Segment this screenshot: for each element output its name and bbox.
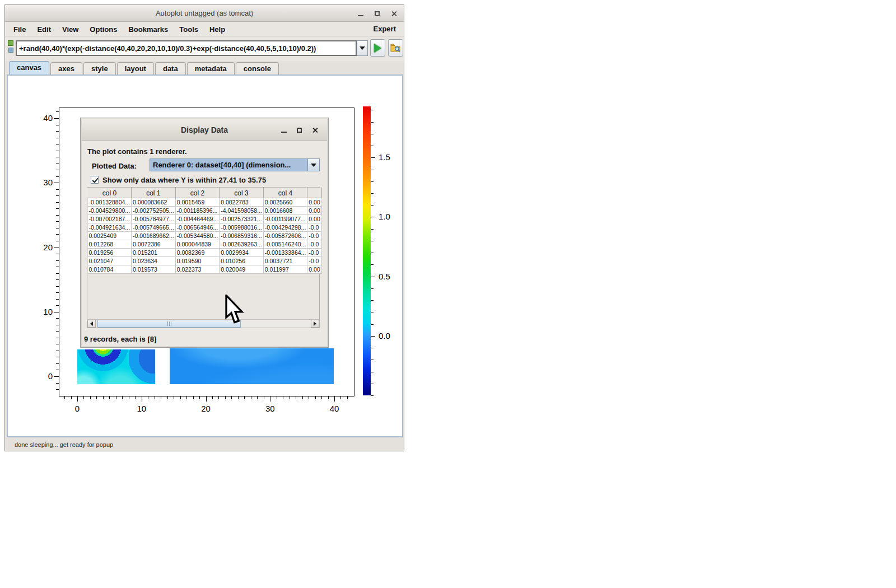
table-cell[interactable]: -4.041598058... — [220, 207, 264, 215]
arrow-left-icon — [90, 321, 93, 326]
table-cell[interactable]: -0.005344580... — [175, 232, 220, 240]
column-header[interactable]: col 3 — [220, 188, 264, 198]
table-cell[interactable]: -0.001185396... — [175, 207, 220, 215]
data-table-scrollpane[interactable]: col 0col 1col 2col 3col 4 -0.001328804..… — [87, 187, 320, 328]
table-row: 0.0192560.0152010.00823690.0029934-0.001… — [88, 249, 322, 257]
table-cell[interactable]: 0.0022783 — [220, 198, 264, 207]
table-cell[interactable]: 0.010256 — [220, 257, 264, 265]
column-header[interactable] — [307, 188, 321, 198]
table-cell[interactable]: -0.004464469... — [175, 215, 220, 223]
scroll-left-button[interactable] — [87, 320, 96, 328]
table-cell[interactable]: 0.00 — [307, 265, 321, 274]
y-axis-tick — [56, 292, 59, 293]
table-cell[interactable]: -0.005146240... — [263, 240, 307, 249]
x-axis-tick — [251, 396, 251, 399]
table-cell[interactable]: 0.019590 — [175, 257, 220, 265]
table-cell[interactable]: 0.0015459 — [175, 198, 220, 207]
colorbar-minor-tick — [371, 253, 374, 253]
table-cell[interactable]: -0.006859316... — [220, 232, 264, 240]
x-axis-tick-label: 20 — [195, 404, 217, 413]
plotted-data-combobox[interactable]: Renderer 0: dataset[40,40] (dimension... — [150, 158, 320, 171]
table-cell[interactable]: -0.0 — [307, 257, 321, 265]
colorbar-minor-tick — [371, 181, 374, 182]
table-cell[interactable]: 0.000083662 — [132, 198, 176, 207]
table-cell[interactable]: -0.007002187... — [88, 215, 132, 223]
y-axis-tick — [56, 195, 59, 196]
y-filter-checkbox[interactable] — [91, 176, 99, 184]
table-cell[interactable]: 0.019573 — [132, 265, 176, 274]
table-cell[interactable]: -0.001199077... — [263, 215, 307, 223]
colorbar-minor-tick — [371, 122, 374, 123]
scrollbar-thumb[interactable] — [97, 320, 241, 328]
column-header[interactable]: col 0 — [88, 188, 132, 198]
table-cell[interactable]: 0.011997 — [263, 265, 307, 274]
table-cell[interactable]: -0.005749665... — [132, 223, 176, 232]
dialog-minimize-icon[interactable] — [281, 132, 287, 133]
table-cell[interactable]: -0.0 — [307, 232, 321, 240]
table-cell[interactable]: -0.001689662... — [132, 232, 176, 240]
table-cell[interactable]: 0.010784 — [88, 265, 132, 274]
table-cell[interactable]: -0.005872606... — [263, 232, 307, 240]
x-axis-tick — [148, 396, 148, 399]
table-row: 0.0122680.00723860.000044839-0.002639263… — [88, 240, 322, 249]
table-cell[interactable]: -0.006564946... — [175, 223, 220, 232]
table-cell[interactable]: -0.0 — [307, 223, 321, 232]
dialog-titlebar[interactable]: Display Data — [82, 119, 327, 141]
data-table: col 0col 1col 2col 3col 4 -0.001328804..… — [87, 188, 322, 274]
y-axis-tick — [56, 273, 59, 274]
column-header[interactable]: col 4 — [263, 188, 307, 198]
table-cell[interactable]: 0.00 — [307, 215, 321, 223]
table-cell[interactable]: 0.00 — [307, 207, 321, 215]
y-axis-tick — [54, 183, 59, 183]
colorbar-minor-tick — [371, 372, 374, 372]
table-cell[interactable]: 0.0082369 — [175, 249, 220, 257]
table-cell[interactable]: -0.002639263... — [220, 240, 264, 249]
mouse-cursor — [225, 295, 244, 326]
x-axis-tick — [244, 396, 245, 399]
column-header[interactable]: col 2 — [175, 188, 220, 198]
table-cell[interactable]: 0.019256 — [88, 249, 132, 257]
table-cell[interactable]: 0.0072386 — [132, 240, 176, 249]
table-cell[interactable]: 0.0025409 — [88, 232, 132, 240]
table-cell[interactable]: -0.001328804... — [88, 198, 132, 207]
table-cell[interactable]: 0.00 — [307, 198, 321, 207]
colorbar-tick-label: 1.5 — [379, 152, 390, 162]
table-cell[interactable]: -0.0 — [307, 240, 321, 249]
x-axis-tick-label: 10 — [130, 404, 153, 413]
table-cell[interactable]: 0.0029934 — [220, 249, 264, 257]
table-cell[interactable]: 0.021047 — [88, 257, 132, 265]
dialog-maximize-icon[interactable] — [297, 128, 302, 133]
table-cell[interactable]: 0.0037721 — [263, 257, 307, 265]
y-axis-tick — [56, 305, 59, 306]
colorbar-minor-tick — [371, 264, 374, 265]
dialog-close-icon[interactable] — [312, 127, 318, 133]
table-cell[interactable]: 0.000044839 — [175, 240, 220, 249]
table-cell[interactable]: -0.005988016... — [220, 223, 264, 232]
table-cell[interactable]: -0.002573321... — [220, 215, 264, 223]
x-axis-tick — [283, 396, 283, 399]
horizontal-scrollbar[interactable] — [87, 319, 319, 328]
table-cell[interactable]: 0.020049 — [220, 265, 264, 274]
table-cell[interactable]: 0.015201 — [132, 249, 176, 257]
x-axis-tick — [109, 396, 110, 399]
table-cell[interactable]: -0.004529800... — [88, 207, 132, 215]
table-cell[interactable]: -0.004921634... — [88, 223, 132, 232]
table-cell[interactable]: 0.023634 — [132, 257, 176, 265]
scrollbar-track[interactable] — [96, 320, 311, 328]
table-cell[interactable]: -0.0 — [307, 249, 321, 257]
table-cell[interactable]: -0.002752505... — [132, 207, 176, 215]
records-summary: 9 records, each is [8] — [84, 335, 156, 343]
x-axis-tick — [186, 396, 187, 399]
table-cell[interactable]: -0.004294298... — [263, 223, 307, 232]
y-axis-tick-label: 10 — [29, 307, 53, 316]
column-header[interactable]: col 1 — [132, 188, 176, 198]
table-cell[interactable]: 0.0016608 — [263, 207, 307, 215]
table-cell[interactable]: -0.005784977... — [132, 215, 176, 223]
combobox-arrow-button[interactable] — [307, 159, 319, 171]
scroll-right-button[interactable] — [311, 320, 319, 328]
table-cell[interactable]: 0.022373 — [175, 265, 220, 274]
table-cell[interactable]: -0.001333864... — [263, 249, 307, 257]
x-axis-tick — [129, 396, 129, 399]
table-cell[interactable]: 0.012268 — [88, 240, 132, 249]
table-cell[interactable]: 0.0025660 — [263, 198, 307, 207]
